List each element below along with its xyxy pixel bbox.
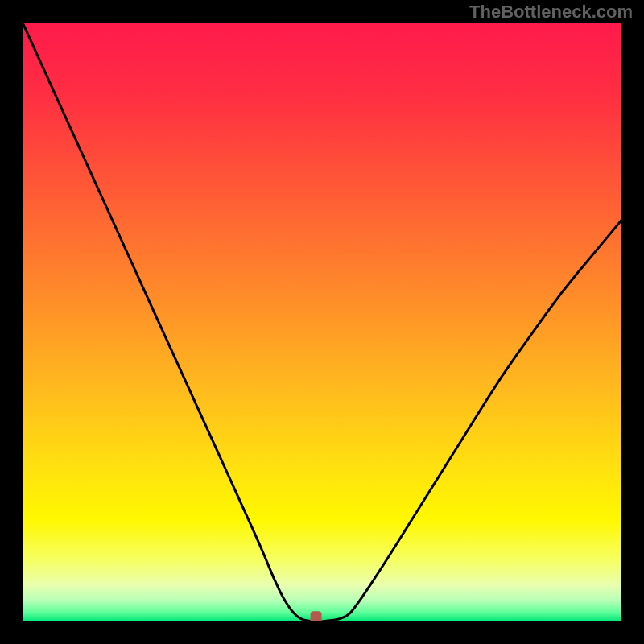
bottleneck-chart (23, 23, 621, 621)
plot-area (23, 23, 621, 621)
gradient-background (23, 23, 621, 621)
chart-frame: TheBottleneck.com (0, 0, 644, 644)
watermark-text: TheBottleneck.com (469, 2, 633, 23)
optimal-point-marker (311, 611, 322, 621)
